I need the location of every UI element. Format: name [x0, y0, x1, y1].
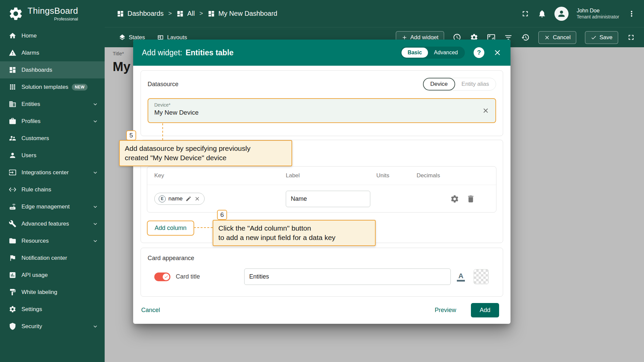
add-widget-dialog: Add widget: Entities table Basic Advance… [133, 40, 511, 324]
sidebar-item-rule-chains[interactable]: Rule chains [0, 181, 105, 198]
device-field-value: My New Device [154, 109, 489, 116]
chart-icon [9, 271, 16, 279]
save-dashboard-button[interactable]: Save [585, 31, 618, 44]
people-icon [9, 134, 16, 142]
paint-icon [9, 288, 16, 296]
more-menu-button[interactable] [627, 9, 636, 18]
column-header-units: Units [376, 172, 417, 179]
dashboard-icon [117, 10, 124, 17]
brand[interactable]: ThingsBoard Professional [0, 0, 105, 27]
data-keys-table: Key Label Units Decimals E name [147, 166, 496, 213]
sidebar-item-profiles[interactable]: Profiles [0, 113, 105, 130]
sidebar-item-home[interactable]: Home [0, 27, 105, 44]
step5-connector-line [162, 123, 163, 140]
add-column-highlight: Add column [147, 221, 194, 236]
input-icon [9, 169, 16, 176]
sidebar-item-users[interactable]: Users [0, 147, 105, 164]
card-title-toggle[interactable] [154, 273, 170, 281]
card-title-input[interactable] [244, 268, 451, 285]
sidebar-item-label: Rule chains [21, 186, 51, 193]
background-color-swatch[interactable] [474, 269, 489, 284]
sidebar-item-label: Profiles [21, 118, 41, 125]
card-appearance-section: Card appearance Card title A [141, 248, 503, 297]
cancel-edit-button[interactable]: Cancel [538, 31, 576, 44]
gear-icon [9, 305, 16, 313]
sidebar-item-security[interactable]: Security [0, 318, 105, 335]
add-column-button[interactable]: Add column [155, 225, 186, 232]
datasource-type-device[interactable]: Device [423, 78, 455, 90]
avatar[interactable] [554, 7, 569, 21]
topbar: Dashboards > All > My New Dashboard [105, 0, 644, 27]
sidebar-item-notification-center[interactable]: Notification center [0, 249, 105, 266]
card-title-label: Card title [176, 273, 200, 280]
sidebar-item-dashboards[interactable]: Dashboards [0, 61, 105, 78]
chevron-down-icon [92, 101, 99, 108]
domain-icon [9, 100, 16, 108]
sidebar-item-label: Home [21, 33, 37, 39]
sidebar-item-entities[interactable]: Entities [0, 96, 105, 113]
breadcrumb-current[interactable]: My New Dashboard [208, 10, 277, 17]
chevron-down-icon [92, 238, 99, 244]
data-key-name: name [168, 195, 183, 202]
datasource-label: Datasource [148, 81, 178, 88]
check-icon [591, 35, 597, 41]
sidebar-item-customers[interactable]: Customers [0, 130, 105, 147]
tab-basic[interactable]: Basic [401, 48, 428, 58]
fullscreen-button[interactable] [521, 9, 530, 18]
breadcrumb-all[interactable]: All [176, 10, 195, 17]
sidebar-item-label: Integrations center [21, 169, 69, 176]
sidebar-item-label: White labeling [21, 289, 57, 296]
sidebar-item-solution-templates[interactable]: Solution templatesNEW [0, 78, 105, 96]
app-root: ThingsBoard Professional HomeAlarmsDashb… [0, 0, 644, 362]
step5-badge: 5 [126, 130, 136, 140]
key-settings-button[interactable] [450, 194, 459, 203]
dialog-body: Datasource Device Entity alias Device* M… [133, 66, 511, 297]
tab-advanced[interactable]: Advanced [428, 48, 464, 58]
sidebar-item-advanced-features[interactable]: Advanced features [0, 215, 105, 232]
text-color-button[interactable]: A [457, 272, 465, 282]
data-key-chip[interactable]: E name [154, 193, 205, 205]
breadcrumb-dashboards[interactable]: Dashboards [117, 10, 164, 17]
notifications-bell-button[interactable] [538, 9, 546, 18]
sidebar-item-alarms[interactable]: Alarms [0, 44, 105, 61]
help-button[interactable]: ? [474, 47, 484, 58]
dialog-cancel-button[interactable]: Cancel [141, 307, 160, 314]
datasource-type-entity-alias[interactable]: Entity alias [455, 78, 496, 90]
sidebar-item-settings[interactable]: Settings [0, 301, 105, 318]
breadcrumb: Dashboards > All > My New Dashboard [117, 10, 277, 17]
chevron-down-icon [92, 221, 99, 227]
edit-key-button[interactable] [185, 196, 192, 202]
row-actions [417, 194, 496, 203]
check-icon [164, 275, 168, 279]
history-icon [521, 33, 530, 42]
device-autocomplete-field[interactable]: Device* My New Device [148, 98, 496, 123]
version-history-button[interactable] [521, 33, 530, 42]
user-role: Tenant administrator [577, 14, 619, 20]
sidebar-item-label: Notification center [21, 255, 67, 261]
column-header-label: Label [286, 172, 376, 179]
sidebar-item-label: Advanced features [21, 221, 69, 227]
remove-key-button[interactable] [194, 196, 200, 202]
sidebar-item-integrations-center[interactable]: Integrations center [0, 164, 105, 181]
preview-button[interactable]: Preview [435, 307, 456, 314]
sidebar-item-edge-management[interactable]: Edge management [0, 198, 105, 215]
sidebar-item-resources[interactable]: Resources [0, 232, 105, 249]
dialog-add-button[interactable]: Add [471, 303, 499, 317]
brand-name: ThingsBoard [28, 6, 78, 16]
sidebar-item-label: API usage [21, 272, 48, 279]
key-label-input[interactable] [286, 191, 370, 207]
dialog-close-button[interactable] [493, 48, 502, 57]
step6-annotation: Click the "Add column" button to add a n… [213, 220, 376, 246]
pencil-icon [185, 196, 192, 202]
sidebar-item-api-usage[interactable]: API usage [0, 266, 105, 284]
toolbar-fullscreen-button[interactable] [627, 33, 635, 42]
data-keys-table-header: Key Label Units Decimals [147, 167, 496, 185]
sidebar-item-white-labeling[interactable]: White labeling [0, 284, 105, 301]
data-key-row: E name [147, 185, 496, 213]
sidebar-item-label: Dashboards [21, 67, 52, 73]
column-header-key: Key [154, 172, 286, 179]
clear-device-button[interactable] [482, 107, 489, 114]
delete-key-button[interactable] [466, 194, 475, 203]
sidebar-item-label: Entities [21, 101, 40, 108]
person-icon [9, 152, 16, 159]
